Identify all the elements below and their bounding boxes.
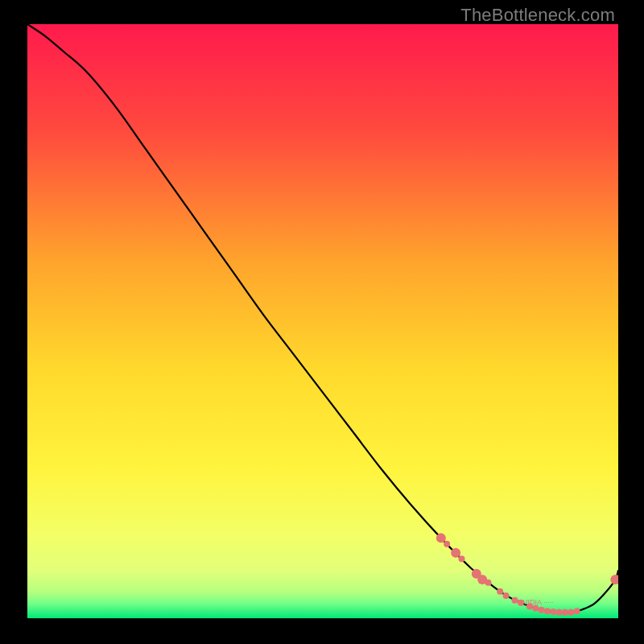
plot-area: NVIDIA ····· (27, 24, 618, 618)
data-point (485, 580, 492, 586)
data-point (444, 541, 450, 547)
data-point (574, 608, 580, 614)
watermark-text: TheBottleneck.com (460, 5, 615, 26)
chart-svg: NVIDIA ····· (27, 24, 618, 618)
data-point (550, 609, 556, 615)
curve-inline-label: NVIDIA ····· (518, 598, 554, 606)
data-point (451, 548, 460, 558)
data-point (568, 609, 574, 616)
data-point (562, 609, 568, 616)
data-point (503, 592, 510, 599)
data-point (497, 588, 503, 595)
bottleneck-curve-path (27, 24, 618, 613)
data-point (610, 575, 618, 584)
curve-label: NVIDIA ····· (518, 598, 554, 606)
data-point (458, 555, 464, 562)
chart-stage: TheBottleneck.com (0, 0, 644, 644)
data-point (556, 609, 563, 616)
data-point (436, 533, 446, 543)
bottleneck-curve (27, 24, 618, 613)
data-point (544, 608, 551, 614)
data-point (539, 607, 545, 613)
